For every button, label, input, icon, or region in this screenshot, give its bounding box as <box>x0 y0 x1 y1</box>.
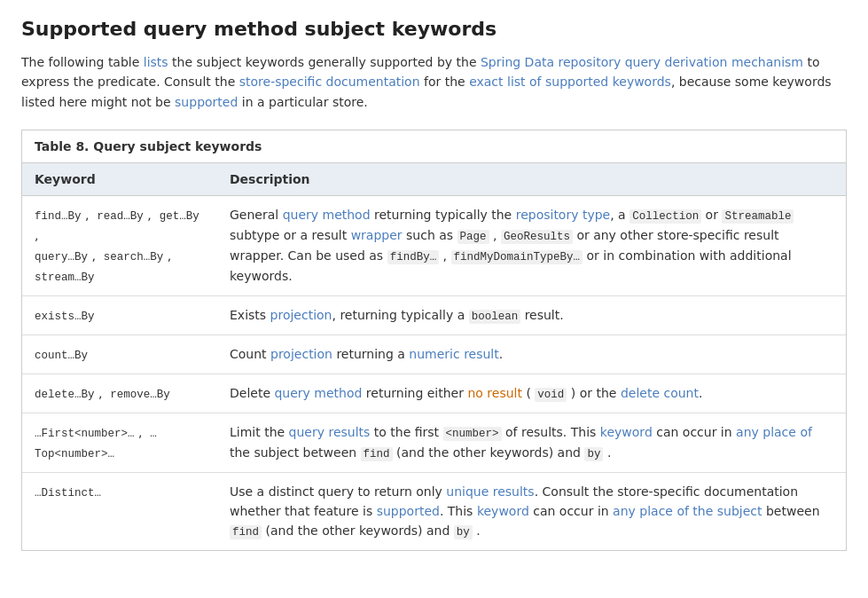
intro-paragraph: The following table lists the subject ke… <box>21 52 847 112</box>
table-row: count…By Count projection returning a nu… <box>22 334 846 374</box>
table-row: …Distinct… Use a distinct query to retur… <box>22 472 846 550</box>
keyword-cell: count…By <box>22 334 217 374</box>
table-row: find…By , read…By , get…By , query…By , … <box>22 196 846 295</box>
description-cell: Count projection returning a numeric res… <box>217 334 846 374</box>
query-keywords-table: Keyword Description find…By , read…By , … <box>22 163 846 550</box>
keyword-cell: delete…By , remove…By <box>22 374 217 413</box>
keyword-cell: …First<number>… , … Top<number>… <box>22 413 217 472</box>
description-cell: Exists projection, returning typically a… <box>217 295 846 334</box>
keyword-cell: find…By , read…By , get…By , query…By , … <box>22 196 217 295</box>
keyword-cell: …Distinct… <box>22 472 217 550</box>
column-header-keyword: Keyword <box>22 163 217 196</box>
table-row: delete…By , remove…By Delete query metho… <box>22 374 846 413</box>
description-cell: Delete query method returning either no … <box>217 374 846 413</box>
table-header-row: Keyword Description <box>22 163 846 196</box>
description-cell: General query method returning typically… <box>217 196 846 295</box>
description-cell: Use a distinct query to return only uniq… <box>217 472 846 550</box>
table-row: exists…By Exists projection, returning t… <box>22 295 846 334</box>
query-keywords-table-container: Table 8. Query subject keywords Keyword … <box>21 130 847 551</box>
table-title: Table 8. Query subject keywords <box>22 130 846 163</box>
column-header-description: Description <box>217 163 846 196</box>
keyword-cell: exists…By <box>22 295 217 334</box>
table-row: …First<number>… , … Top<number>… Limit t… <box>22 413 846 472</box>
page-title: Supported query method subject keywords <box>21 18 847 40</box>
description-cell: Limit the query results to the first <nu… <box>217 413 846 472</box>
